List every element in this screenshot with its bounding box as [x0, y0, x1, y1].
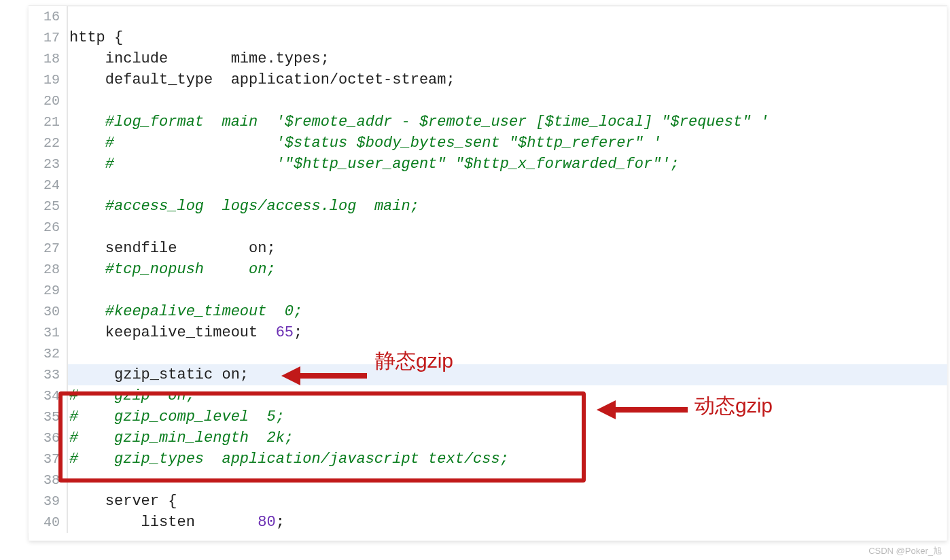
code-line[interactable]: 27 sendfile on;: [29, 238, 947, 259]
code-line[interactable]: 17http {: [29, 27, 947, 48]
watermark-text: CSDN @Poker_旭: [868, 545, 942, 557]
line-number: 17: [29, 27, 68, 48]
line-number: 31: [29, 322, 68, 343]
code-content[interactable]: # gzip_comp_level 5;: [68, 406, 285, 427]
code-line[interactable]: 31 keepalive_timeout 65;: [29, 322, 947, 343]
code-line[interactable]: 18 include mime.types;: [29, 48, 947, 69]
line-number: 39: [29, 491, 68, 512]
code-line[interactable]: 38: [29, 470, 947, 491]
code-line[interactable]: 24: [29, 175, 947, 196]
line-number: 21: [29, 111, 68, 133]
code-content[interactable]: # gzip_types application/javascript text…: [68, 449, 509, 470]
line-number: 32: [29, 343, 68, 364]
code-content[interactable]: server {: [68, 491, 177, 512]
code-content[interactable]: # gzip_min_length 2k;: [68, 427, 294, 449]
code-line[interactable]: 26: [29, 217, 947, 238]
code-content[interactable]: include mime.types;: [68, 48, 330, 69]
code-content[interactable]: http {: [68, 27, 123, 48]
line-number: 33: [29, 364, 68, 385]
code-content[interactable]: # '$status $body_bytes_sent "$http_refer…: [68, 133, 661, 154]
line-number: 23: [29, 154, 68, 175]
code-content[interactable]: gzip_static on;: [68, 364, 249, 385]
code-content[interactable]: #access_log logs/access.log main;: [68, 196, 419, 217]
code-block[interactable]: 1617http {18 include mime.types;19 defau…: [29, 6, 947, 533]
code-line[interactable]: 20: [29, 90, 947, 111]
line-number: 16: [29, 6, 68, 27]
line-number: 35: [29, 406, 68, 427]
code-line[interactable]: 32: [29, 343, 947, 364]
code-content[interactable]: #log_format main '$remote_addr - $remote…: [68, 111, 769, 133]
code-content[interactable]: #tcp_nopush on;: [68, 259, 276, 280]
line-number: 34: [29, 385, 68, 406]
code-line[interactable]: 34# gzip on;: [29, 385, 947, 406]
line-number: 28: [29, 259, 68, 280]
code-line[interactable]: 25 #access_log logs/access.log main;: [29, 196, 947, 217]
line-number: 30: [29, 301, 68, 322]
code-line[interactable]: 29: [29, 280, 947, 301]
line-number: 40: [29, 512, 68, 533]
line-number: 26: [29, 217, 68, 238]
line-number: 18: [29, 48, 68, 69]
code-line[interactable]: 33 gzip_static on;: [29, 364, 947, 385]
line-number: 27: [29, 238, 68, 259]
code-editor: 1617http {18 include mime.types;19 defau…: [29, 5, 947, 541]
code-line[interactable]: 36# gzip_min_length 2k;: [29, 427, 947, 449]
code-line[interactable]: 19 default_type application/octet-stream…: [29, 69, 947, 90]
code-line[interactable]: 40 listen 80;: [29, 512, 947, 533]
code-line[interactable]: 39 server {: [29, 491, 947, 512]
code-content[interactable]: #keepalive_timeout 0;: [68, 301, 302, 322]
code-line[interactable]: 21 #log_format main '$remote_addr - $rem…: [29, 111, 947, 133]
code-content[interactable]: # '"$http_user_agent" "$http_x_forwarded…: [68, 154, 680, 175]
line-number: 37: [29, 449, 68, 470]
line-number: 38: [29, 470, 68, 491]
line-number: 25: [29, 196, 68, 217]
code-line[interactable]: 23 # '"$http_user_agent" "$http_x_forwar…: [29, 154, 947, 175]
line-number: 19: [29, 69, 68, 90]
code-content[interactable]: # gzip on;: [68, 385, 195, 406]
line-number: 22: [29, 133, 68, 154]
code-content[interactable]: listen 80;: [68, 512, 285, 533]
line-number: 24: [29, 175, 68, 196]
line-number: 36: [29, 427, 68, 449]
code-content[interactable]: keepalive_timeout 65;: [68, 322, 302, 343]
code-line[interactable]: 37# gzip_types application/javascript te…: [29, 449, 947, 470]
code-line[interactable]: 35# gzip_comp_level 5;: [29, 406, 947, 427]
code-line[interactable]: 16: [29, 6, 947, 27]
code-line[interactable]: 28 #tcp_nopush on;: [29, 259, 947, 280]
line-number: 20: [29, 90, 68, 111]
code-line[interactable]: 22 # '$status $body_bytes_sent "$http_re…: [29, 133, 947, 154]
code-content[interactable]: sendfile on;: [68, 238, 276, 259]
code-line[interactable]: 30 #keepalive_timeout 0;: [29, 301, 947, 322]
line-number: 29: [29, 280, 68, 301]
code-content[interactable]: default_type application/octet-stream;: [68, 69, 455, 90]
